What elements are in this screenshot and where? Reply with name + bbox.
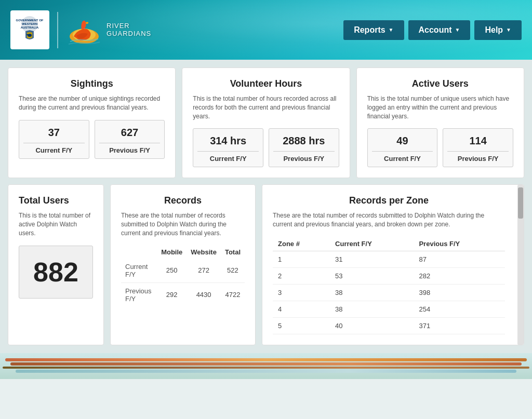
footer-wave	[0, 353, 532, 379]
rpz-current-0: 31	[330, 251, 414, 267]
rpz-col-current: Current F/Y	[330, 237, 414, 251]
logo-area: GOVERNMENT OF WESTERN AUSTRALIA	[10, 10, 151, 49]
volunteer-hours-previous-box: 2888 hrs Previous F/Y	[269, 128, 339, 167]
records-col-mobile: Mobile	[157, 246, 187, 259]
total-users-title: Total Users	[19, 195, 93, 206]
active-users-previous-box: 114 Previous F/Y	[443, 128, 513, 167]
reports-dropdown-arrow: ▼	[389, 27, 394, 33]
active-users-desc: This is the total number of unique users…	[367, 94, 513, 120]
sightings-current-value: 37	[23, 127, 85, 139]
top-stats-row: Sightings These are the number of unique…	[8, 67, 524, 178]
help-nav-button[interactable]: Help ▼	[474, 20, 522, 40]
sightings-current-label: Current F/Y	[23, 143, 85, 154]
volunteer-hours-previous-label: Previous F/Y	[273, 151, 335, 163]
river-guardians-logo: RIVER GUARDIANS	[66, 13, 151, 47]
rpz-previous-3: 254	[414, 301, 505, 317]
rpz-previous-2: 398	[414, 284, 505, 301]
account-label: Account	[419, 25, 452, 35]
records-current-label: Current F/Y	[121, 259, 157, 283]
rpz-col-previous: Previous F/Y	[414, 237, 505, 251]
help-dropdown-arrow: ▼	[506, 27, 511, 33]
volunteer-hours-current-label: Current F/Y	[197, 151, 259, 163]
rpz-title: Records per Zone	[273, 195, 505, 206]
brand-sub: GUARDIANS	[107, 30, 151, 37]
nav-area: Reports ▼ Account ▼ Help ▼	[343, 20, 522, 40]
records-desc: These are the total number of records su…	[121, 211, 245, 237]
swan-logo-icon	[66, 13, 102, 47]
account-nav-button[interactable]: Account ▼	[408, 20, 471, 40]
volunteer-hours-current-box: 314 hrs Current F/Y	[193, 128, 263, 167]
records-title: Records	[121, 195, 245, 206]
scrollbar-thumb[interactable]	[518, 187, 523, 219]
rpz-previous-0: 87	[414, 251, 505, 267]
reports-nav-button[interactable]: Reports ▼	[343, 20, 404, 40]
wave-stripe-2	[10, 362, 522, 366]
sightings-card: Sightings These are the number of unique…	[8, 67, 176, 178]
records-current-website: 272	[187, 259, 221, 283]
active-users-current-label: Current F/Y	[372, 151, 433, 163]
bottom-stats-row: Total Users This is the total number of …	[8, 184, 524, 345]
rpz-table: Zone # Current F/Y Previous F/Y 1 31 872…	[273, 237, 505, 334]
rpz-table-header: Zone # Current F/Y Previous F/Y	[273, 237, 505, 251]
sightings-desc: These are the number of unique sightings…	[19, 94, 165, 112]
rpz-current-4: 40	[330, 317, 414, 334]
wave-stripe-1	[5, 358, 527, 361]
rpz-current-1: 53	[330, 267, 414, 284]
records-table-header: Mobile Website Total	[121, 246, 245, 259]
records-previous-label: Previous F/Y	[121, 282, 157, 307]
rpz-zone-2: 3	[273, 284, 330, 301]
rpz-zone-4: 5	[273, 317, 330, 334]
records-col-total: Total	[221, 246, 245, 259]
volunteer-hours-previous-value: 2888 hrs	[273, 135, 335, 147]
sightings-current-box: 37 Current F/Y	[19, 120, 89, 159]
active-users-boxes: 49 Current F/Y 114 Previous F/Y	[367, 128, 513, 167]
rpz-current-3: 38	[330, 301, 414, 317]
main-content: Sightings These are the number of unique…	[0, 60, 532, 353]
rpz-row: 4 38 254	[273, 301, 505, 317]
rpz-row: 3 38 398	[273, 284, 505, 301]
sightings-title: Sightings	[19, 78, 165, 89]
rpz-row: 2 53 282	[273, 267, 505, 284]
reports-label: Reports	[354, 25, 385, 35]
svg-point-5	[28, 34, 32, 37]
volunteer-hours-card: Volunteer Hours This is the total number…	[182, 67, 350, 178]
rpz-previous-1: 282	[414, 267, 505, 284]
records-row-previous: Previous F/Y 292 4430 4722	[121, 282, 245, 307]
volunteer-hours-desc: This is the total number of hours record…	[193, 94, 339, 120]
rpz-row: 5 40 371	[273, 317, 505, 334]
wave-stripe-3	[3, 367, 529, 369]
records-table: Mobile Website Total Current F/Y 250 272…	[121, 246, 245, 307]
sightings-previous-label: Previous F/Y	[99, 143, 161, 154]
wave-stripe-4	[16, 370, 516, 373]
rpz-previous-4: 371	[414, 317, 505, 334]
rpz-row: 1 31 87	[273, 251, 505, 267]
active-users-title: Active Users	[367, 78, 513, 89]
total-users-value: 882	[19, 246, 93, 299]
header: GOVERNMENT OF WESTERN AUSTRALIA	[0, 0, 532, 60]
sightings-previous-value: 627	[99, 127, 161, 139]
records-row-current: Current F/Y 250 272 522	[121, 259, 245, 283]
records-per-zone-wrapper: Records per Zone These are the total num…	[262, 184, 524, 345]
active-users-previous-value: 114	[447, 135, 509, 147]
records-col-empty	[121, 246, 157, 259]
help-label: Help	[485, 25, 503, 35]
svg-text:WESTERN: WESTERN	[22, 22, 37, 25]
volunteer-hours-boxes: 314 hrs Current F/Y 2888 hrs Previous F/…	[193, 128, 339, 167]
rpz-zone-3: 4	[273, 301, 330, 317]
rpz-current-2: 38	[330, 284, 414, 301]
active-users-current-box: 49 Current F/Y	[367, 128, 438, 167]
records-card: Records These are the total number of re…	[110, 184, 256, 345]
records-current-total: 522	[221, 259, 245, 283]
volunteer-hours-title: Volunteer Hours	[193, 78, 339, 89]
rpz-zone-0: 1	[273, 251, 330, 267]
total-users-card: Total Users This is the total number of …	[8, 184, 104, 345]
account-dropdown-arrow: ▼	[455, 27, 460, 33]
sightings-boxes: 37 Current F/Y 627 Previous F/Y	[19, 120, 165, 159]
sightings-previous-box: 627 Previous F/Y	[95, 120, 165, 159]
total-users-desc: This is the total number of active Dolph…	[19, 211, 93, 237]
records-previous-website: 4430	[187, 282, 221, 307]
active-users-current-value: 49	[372, 135, 433, 147]
records-col-website: Website	[187, 246, 221, 259]
brand-text: RIVER GUARDIANS	[107, 22, 151, 37]
scrollbar-track[interactable]	[517, 185, 524, 345]
